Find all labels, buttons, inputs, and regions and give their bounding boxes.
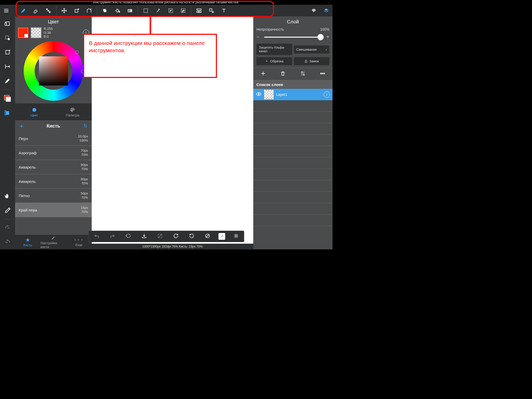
svg-rect-12 (197, 11, 199, 12)
ref-tool-icon[interactable] (205, 5, 218, 16)
btab-brush[interactable]: Кисть (15, 235, 41, 249)
brush-list[interactable]: Перо10.0px100%Аэрограф70px70%Акварель80p… (15, 131, 92, 235)
primary-swatch[interactable] (18, 27, 29, 38)
opacity-value: 100% (320, 27, 329, 31)
save-icon[interactable] (139, 233, 149, 240)
select-erase-icon[interactable] (177, 5, 189, 16)
svg-rect-3 (75, 9, 78, 12)
fullscreen-icon[interactable] (218, 233, 225, 240)
svg-point-28 (321, 73, 322, 74)
brush-item[interactable]: Акварель80px70% (15, 160, 92, 174)
brush-item[interactable]: Пятно50px70% (15, 189, 92, 203)
deselect-icon[interactable] (155, 233, 165, 240)
menu-button[interactable] (0, 5, 12, 16)
svg-rect-1 (48, 10, 49, 11)
status-bar: 1000*1000px 192dpi 76% Кисть: 15px 70% (92, 244, 253, 249)
more-layer-button[interactable] (320, 71, 325, 77)
btab-more[interactable]: ∘∘∘ Еще (66, 235, 92, 249)
chat-icon[interactable] (308, 5, 320, 16)
svg-point-32 (126, 234, 130, 238)
layer-row[interactable]: Layer1 i (253, 89, 332, 100)
svg-point-6 (119, 11, 120, 12)
float-menu-icon[interactable] (231, 233, 241, 240)
transform-tool-icon[interactable] (70, 5, 83, 16)
svg-rect-2 (49, 11, 50, 12)
select-rect-icon[interactable] (139, 5, 152, 16)
brush-item[interactable]: Аэрограф70px70% (15, 146, 92, 160)
layers-icon[interactable] (320, 5, 332, 16)
rail-rotate-icon[interactable] (0, 45, 15, 59)
opacity-minus[interactable]: − (256, 34, 260, 40)
left-rail (0, 16, 15, 249)
lock-button[interactable]: Замок (294, 57, 330, 65)
layer-name: Layer1 (276, 92, 321, 97)
brush-item[interactable]: Край пера15px70% (15, 203, 92, 217)
eraser-tool-icon[interactable] (30, 5, 42, 16)
rail-wrap-icon[interactable] (0, 16, 15, 31)
svg-point-23 (32, 108, 36, 112)
no-view-icon[interactable] (203, 233, 212, 240)
color-brush-panel: Цвет R:255 G:38 B:0 i Цвет Палитра + Кис… (15, 16, 92, 249)
rail-swatch[interactable] (0, 91, 15, 105)
select-brush-icon[interactable] (164, 5, 177, 16)
delete-layer-button[interactable] (280, 71, 286, 77)
brush-item[interactable]: Перо10.0px100% (15, 131, 92, 146)
sort-brush-button[interactable] (79, 123, 92, 129)
gradient-tool-icon[interactable] (124, 5, 136, 16)
svg-point-25 (72, 108, 73, 109)
blend-button[interactable]: Смешивание› (294, 45, 330, 54)
rail-hand-icon[interactable] (0, 189, 15, 203)
color-wheel[interactable] (15, 38, 92, 103)
opacity-plus[interactable]: + (326, 34, 329, 40)
wand-tool-icon[interactable] (152, 5, 164, 16)
secondary-swatch[interactable] (31, 27, 42, 38)
bucket-tool-icon[interactable] (111, 5, 124, 16)
rotate-ccw-icon[interactable] (123, 233, 133, 240)
rotate-cw-icon[interactable] (187, 233, 197, 240)
svg-rect-17 (5, 23, 6, 25)
rgb-readout: R:255 G:38 B:0 (44, 27, 53, 38)
svg-point-15 (312, 9, 316, 11)
opacity-slider[interactable] (264, 37, 322, 38)
mesh-tool-icon[interactable] (83, 5, 95, 16)
floating-toolbar[interactable] (88, 231, 244, 242)
add-brush-button[interactable]: + (15, 122, 28, 130)
frame-tool-icon[interactable] (193, 5, 205, 16)
tab-color[interactable]: Цвет (15, 103, 54, 121)
rail-redo-icon[interactable] (0, 221, 15, 235)
svg-rect-0 (46, 9, 48, 10)
rail-bg-icon[interactable] (0, 105, 15, 120)
layer-visibility-icon[interactable] (256, 91, 262, 98)
reset-icon[interactable] (171, 233, 181, 240)
redo-icon[interactable] (108, 233, 117, 240)
layers-panel: Слой Непрозрачность 100% − + Защитить Ал… (253, 16, 332, 249)
tab-palette[interactable]: Палитра (54, 103, 92, 121)
dots-tool-icon[interactable] (42, 5, 55, 16)
layer-info-icon[interactable]: i (324, 91, 330, 98)
reorder-layer-button[interactable] (300, 71, 306, 77)
undo-icon[interactable] (92, 233, 102, 240)
text-tool-icon[interactable] (218, 5, 230, 16)
rail-brush-icon[interactable] (0, 74, 15, 88)
move-tool-icon[interactable] (58, 5, 70, 16)
annotation-leader (150, 17, 151, 36)
rail-eyedrop-icon[interactable] (0, 203, 15, 217)
help-text: Инструмент Кисть позволяет пользователям… (0, 0, 332, 5)
layers-title: Слой (253, 16, 332, 26)
svg-rect-7 (128, 9, 132, 12)
brush-tool-icon[interactable] (17, 5, 30, 16)
top-toolbar (0, 5, 332, 16)
fill-tool-icon[interactable] (99, 5, 111, 16)
svg-rect-5 (103, 9, 106, 11)
crop-button[interactable]: Обрезка (256, 57, 292, 65)
svg-point-26 (73, 109, 74, 110)
rail-flip-icon[interactable] (0, 59, 15, 74)
rail-select-icon[interactable] (0, 31, 15, 45)
add-layer-button[interactable] (260, 71, 266, 77)
alpha-lock-button[interactable]: Защитить Альфа-канал (256, 44, 292, 55)
btab-settings[interactable]: Настройки кисти (41, 235, 66, 249)
rail-undo-icon[interactable] (0, 235, 15, 249)
brush-item[interactable]: Акварель80px70% (15, 174, 92, 189)
svg-rect-11 (197, 9, 201, 10)
svg-rect-19 (8, 38, 10, 40)
